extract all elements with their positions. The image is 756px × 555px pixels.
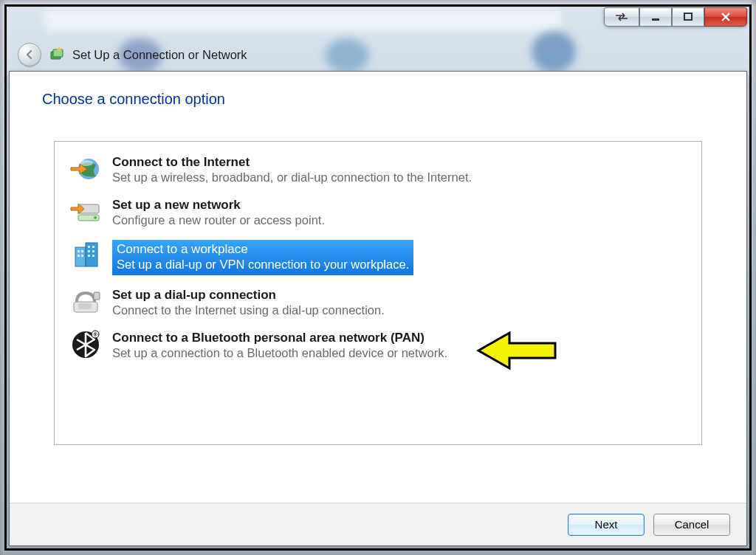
connection-options-list: Connect to the Internet Set up a wireles…	[54, 141, 702, 445]
option-connect-workplace[interactable]: Connect to a workplace Set up a dial-up …	[63, 235, 701, 282]
wizard-client-area: Choose a connection option Connect to th…	[9, 71, 747, 546]
next-button[interactable]: Next	[568, 514, 645, 536]
option-connect-internet[interactable]: Connect to the Internet Set up a wireles…	[63, 149, 701, 192]
option-title: Connect to a workplace	[117, 241, 409, 257]
svg-point-8	[94, 216, 97, 219]
wizard-app-icon	[49, 46, 65, 63]
svg-rect-22	[78, 303, 92, 309]
globe-arrow-icon	[68, 154, 103, 184]
svg-rect-23	[94, 292, 100, 300]
svg-rect-12	[92, 246, 94, 248]
option-title: Connect to a Bluetooth personal area net…	[112, 330, 447, 345]
option-desc: Configure a new router or access point.	[112, 213, 325, 228]
phone-modem-icon	[68, 287, 103, 317]
page-heading: Choose a connection option	[42, 91, 225, 108]
svg-rect-17	[78, 250, 80, 252]
svg-rect-14	[92, 250, 94, 252]
back-button[interactable]	[18, 43, 41, 66]
option-dialup[interactable]: Set up a dial-up connection Connect to t…	[63, 282, 701, 325]
svg-rect-9	[75, 247, 86, 266]
wizard-footer: Next Cancel	[10, 503, 746, 545]
option-title: Connect to the Internet	[112, 154, 472, 170]
svg-rect-13	[88, 250, 90, 252]
option-desc: Connect to the Internet using a dial-up …	[112, 303, 385, 318]
minimize-button[interactable]	[639, 7, 672, 27]
svg-rect-0	[652, 18, 659, 21]
svg-rect-10	[86, 243, 97, 266]
wizard-title: Set Up a Connection or Network	[72, 48, 247, 62]
option-desc: Set up a dial-up or VPN connection to yo…	[117, 257, 409, 272]
option-desc: Set up a wireless, broadband, or dial-up…	[112, 170, 472, 185]
caption-switch-button[interactable]	[604, 7, 639, 27]
buildings-icon	[68, 240, 103, 269]
wizard-header: Set Up a Connection or Network	[18, 43, 247, 66]
option-title: Set up a dial-up connection	[112, 287, 385, 303]
svg-rect-11	[88, 246, 90, 248]
svg-rect-15	[88, 255, 90, 257]
svg-rect-16	[92, 255, 94, 257]
cancel-button[interactable]: Cancel	[653, 514, 730, 536]
option-setup-network[interactable]: Set up a new network Configure a new rou…	[63, 192, 701, 235]
option-desc: Set up a connection to a Bluetooth enabl…	[112, 345, 447, 361]
svg-rect-19	[78, 255, 80, 257]
option-bluetooth-pan[interactable]: ® Connect to a Bluetooth personal area n…	[63, 325, 701, 368]
maximize-button[interactable]	[672, 7, 704, 27]
router-icon	[68, 197, 103, 227]
svg-rect-18	[81, 250, 83, 252]
svg-text:®: ®	[93, 332, 97, 337]
svg-rect-1	[684, 13, 692, 20]
option-title: Set up a new network	[112, 197, 325, 213]
window-caption-buttons	[604, 7, 747, 27]
close-button[interactable]	[704, 7, 747, 27]
svg-rect-20	[81, 255, 83, 257]
bluetooth-icon: ®	[68, 330, 103, 359]
